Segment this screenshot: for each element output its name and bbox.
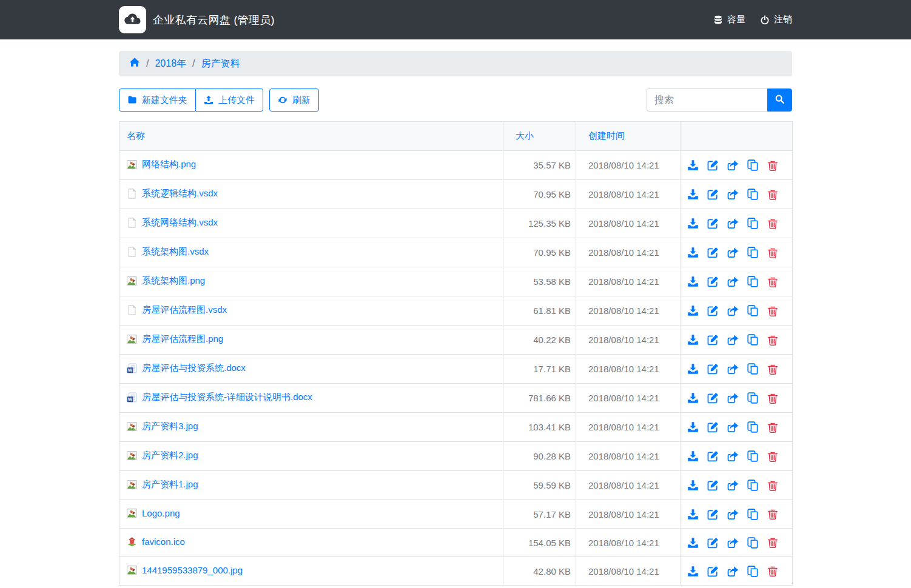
- file-link[interactable]: 系统架构图.png: [127, 275, 205, 287]
- edit-button[interactable]: [707, 247, 719, 258]
- edit-button[interactable]: [707, 189, 719, 200]
- download-button[interactable]: [687, 305, 699, 316]
- search-button[interactable]: [767, 89, 792, 112]
- upload-file-button[interactable]: 上传文件: [196, 89, 263, 112]
- download-button[interactable]: [687, 537, 699, 549]
- copy-button[interactable]: [747, 392, 759, 404]
- download-button[interactable]: [687, 276, 699, 287]
- download-button[interactable]: [687, 450, 699, 462]
- copy-button[interactable]: [747, 509, 759, 520]
- delete-button[interactable]: [767, 247, 778, 258]
- download-button[interactable]: [687, 509, 699, 520]
- download-button[interactable]: [687, 247, 699, 258]
- edit-button[interactable]: [707, 509, 719, 520]
- sort-by-name-link[interactable]: 名称: [127, 130, 145, 141]
- edit-button[interactable]: [707, 392, 719, 404]
- file-link[interactable]: 房屋评估流程图.vsdx: [127, 304, 227, 316]
- delete-button[interactable]: [767, 480, 778, 491]
- share-button[interactable]: [727, 479, 739, 491]
- copy-button[interactable]: [747, 276, 759, 287]
- delete-button[interactable]: [767, 509, 778, 520]
- delete-button[interactable]: [767, 566, 778, 576]
- share-button[interactable]: [727, 305, 739, 316]
- edit-button[interactable]: [707, 334, 719, 346]
- breadcrumb-item-2018[interactable]: 2018年: [155, 58, 186, 70]
- copy-button[interactable]: [747, 334, 759, 346]
- refresh-button[interactable]: 刷新: [269, 89, 319, 112]
- delete-button[interactable]: [767, 451, 778, 462]
- file-link[interactable]: 房产资料2.jpg: [127, 450, 198, 461]
- edit-button[interactable]: [707, 537, 719, 549]
- download-button[interactable]: [687, 363, 699, 375]
- logout-link[interactable]: 注销: [760, 14, 792, 25]
- edit-button[interactable]: [707, 305, 719, 316]
- app-brand[interactable]: 企业私有云网盘 (管理员): [119, 6, 275, 33]
- delete-button[interactable]: [767, 306, 778, 316]
- share-button[interactable]: [727, 421, 739, 433]
- download-button[interactable]: [687, 392, 699, 404]
- file-link[interactable]: W 房屋评估与投资系统-详细设计说明书.docx: [127, 392, 312, 403]
- share-button[interactable]: [727, 334, 739, 346]
- delete-button[interactable]: [767, 364, 778, 375]
- copy-button[interactable]: [747, 247, 759, 258]
- file-link[interactable]: 网络结构.png: [127, 159, 196, 170]
- share-button[interactable]: [727, 537, 739, 549]
- edit-button[interactable]: [707, 218, 719, 229]
- share-button[interactable]: [727, 247, 739, 258]
- edit-button[interactable]: [707, 276, 719, 287]
- delete-button[interactable]: [767, 537, 778, 548]
- share-button[interactable]: [727, 392, 739, 404]
- file-link[interactable]: 房屋评估流程图.png: [127, 333, 223, 345]
- download-button[interactable]: [687, 566, 699, 577]
- share-button[interactable]: [727, 159, 739, 171]
- file-link[interactable]: favicon.ico: [127, 536, 185, 547]
- copy-button[interactable]: [747, 450, 759, 462]
- edit-button[interactable]: [707, 159, 719, 171]
- file-link[interactable]: 1441959533879_000.jpg: [127, 565, 243, 575]
- delete-button[interactable]: [767, 276, 778, 287]
- edit-button[interactable]: [707, 363, 719, 375]
- download-button[interactable]: [687, 189, 699, 200]
- share-button[interactable]: [727, 363, 739, 375]
- search-input[interactable]: [647, 89, 767, 112]
- download-button[interactable]: [687, 479, 699, 491]
- share-button[interactable]: [727, 218, 739, 229]
- download-button[interactable]: [687, 334, 699, 346]
- copy-button[interactable]: [747, 421, 759, 433]
- capacity-link[interactable]: 容量: [713, 14, 745, 25]
- edit-button[interactable]: [707, 566, 719, 577]
- copy-button[interactable]: [747, 189, 759, 200]
- delete-button[interactable]: [767, 393, 778, 404]
- edit-button[interactable]: [707, 479, 719, 491]
- share-button[interactable]: [727, 509, 739, 520]
- breadcrumb-home-link[interactable]: [129, 57, 140, 70]
- copy-button[interactable]: [747, 305, 759, 316]
- delete-button[interactable]: [767, 160, 778, 171]
- file-link[interactable]: Logo.png: [127, 508, 180, 518]
- download-button[interactable]: [687, 218, 699, 229]
- file-link[interactable]: 系统逻辑结构.vsdx: [127, 188, 218, 199]
- file-link[interactable]: 系统架构图.vsdx: [127, 246, 209, 258]
- copy-button[interactable]: [747, 566, 759, 577]
- new-folder-button[interactable]: 新建文件夹: [119, 89, 196, 112]
- share-button[interactable]: [727, 189, 739, 200]
- sort-by-created-link[interactable]: 创建时间: [588, 130, 625, 141]
- download-button[interactable]: [687, 159, 699, 171]
- copy-button[interactable]: [747, 479, 759, 491]
- share-button[interactable]: [727, 450, 739, 462]
- download-button[interactable]: [687, 421, 699, 433]
- copy-button[interactable]: [747, 537, 759, 549]
- delete-button[interactable]: [767, 335, 778, 346]
- edit-button[interactable]: [707, 421, 719, 433]
- share-button[interactable]: [727, 276, 739, 287]
- copy-button[interactable]: [747, 159, 759, 171]
- copy-button[interactable]: [747, 363, 759, 375]
- edit-button[interactable]: [707, 450, 719, 462]
- file-link[interactable]: 房产资料1.jpg: [127, 479, 198, 490]
- file-link[interactable]: 房产资料3.jpg: [127, 421, 198, 432]
- file-link[interactable]: 系统网络结构.vsdx: [127, 217, 218, 229]
- file-link[interactable]: W 房屋评估与投资系统.docx: [127, 362, 246, 374]
- breadcrumb-item-current[interactable]: 房产资料: [201, 58, 240, 70]
- delete-button[interactable]: [767, 422, 778, 433]
- sort-by-size-link[interactable]: 大小: [516, 130, 534, 141]
